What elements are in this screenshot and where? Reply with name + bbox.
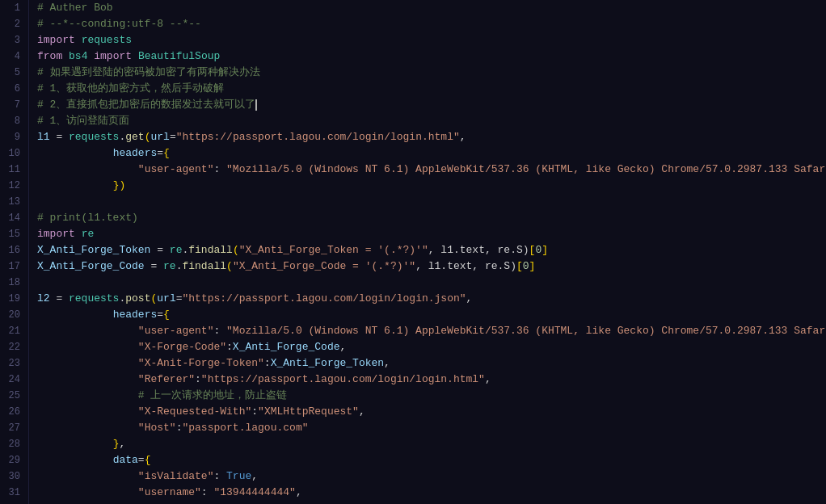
token	[37, 438, 113, 450]
code-line: "user-agent": "Mozilla/5.0 (Windows NT 6…	[37, 162, 826, 178]
token: requests	[69, 292, 119, 304]
token: X_Anti_Forge_Token	[37, 244, 150, 256]
code-line: # 如果遇到登陆的密码被加密了有两种解决办法	[37, 65, 826, 81]
token: "13944444444"	[213, 486, 295, 498]
code-line: "user-agent": "Mozilla/5.0 (Windows NT 6…	[37, 323, 826, 339]
token: data	[113, 454, 138, 466]
line-number: 23	[6, 355, 20, 372]
token: # 1、获取他的加密方式，然后手动破解	[37, 82, 224, 94]
token: :	[213, 470, 226, 482]
line-number: 21	[6, 323, 20, 339]
code-line: # Auther Bob	[37, 0, 826, 16]
token: "Host"	[138, 422, 176, 434]
token: :	[213, 163, 226, 175]
token: ,	[296, 486, 302, 498]
line-number: 17	[6, 258, 20, 275]
line-number: 22	[6, 339, 20, 355]
token: :	[264, 357, 271, 369]
token: # Auther Bob	[37, 2, 113, 14]
token: =	[150, 244, 169, 256]
token: ]	[542, 244, 548, 256]
code-line: "X-Forge-Code":X_Anti_Forge_Code,	[37, 339, 826, 355]
token: =	[50, 292, 69, 304]
token: "https://passport.lagou.com/login/login.…	[183, 292, 466, 304]
token: # --*--conding:utf-8 --*--	[37, 18, 201, 30]
token: requests	[69, 131, 119, 143]
token: "passport.lagou.com"	[182, 422, 308, 434]
code-line: l2 = requests.post(url="https://passport…	[37, 291, 826, 307]
token: from	[37, 50, 62, 62]
token: headers	[113, 309, 158, 321]
token	[37, 470, 138, 482]
token: })	[113, 179, 126, 191]
token: url	[157, 292, 175, 304]
token: "Referer"	[138, 373, 195, 385]
code-line: })	[37, 178, 826, 194]
token	[132, 50, 138, 62]
token: "user-agent"	[138, 163, 214, 175]
line-numbers: 1234567891011121314151617181920212223242…	[0, 0, 29, 504]
token: [	[516, 260, 523, 272]
token: :	[251, 405, 258, 418]
code-line: l1 = requests.get(url="https://passport.…	[37, 129, 826, 145]
code-line: data={	[37, 452, 826, 468]
code-line: import re	[37, 226, 826, 242]
token: :	[213, 325, 226, 337]
token	[37, 147, 113, 159]
line-number: 24	[6, 372, 20, 388]
token: "https://passport.lagou.com/login/login.…	[176, 131, 460, 143]
code-line: # --*--conding:utf-8 --*--	[37, 16, 826, 32]
token: =	[170, 131, 176, 143]
code-line: "username": "13944444444",	[37, 485, 826, 501]
token: ]	[529, 260, 536, 272]
token: (	[226, 260, 233, 272]
token: headers	[113, 147, 158, 159]
token: re	[82, 228, 95, 240]
token: ,	[119, 438, 125, 450]
line-number: 18	[6, 275, 20, 291]
line-number: 26	[6, 404, 20, 420]
token: # 如果遇到登陆的密码被加密了有两种解决办法	[37, 66, 260, 78]
token: 0	[523, 260, 529, 272]
code-line: import requests	[37, 32, 826, 48]
token: "XMLHttpRequest"	[258, 405, 359, 418]
token: re	[170, 244, 183, 256]
code-line: X_Anti_Forge_Code = re.findall("X_Anti_F…	[37, 258, 826, 275]
token	[75, 34, 82, 46]
code-area[interactable]: # Auther Bob# --*--conding:utf-8 --*--im…	[29, 0, 826, 504]
token	[37, 373, 138, 385]
code-line: },	[37, 436, 826, 452]
line-number: 20	[6, 307, 20, 323]
line-number: 9	[6, 129, 20, 145]
line-number: 31	[6, 485, 20, 501]
token: ,	[466, 292, 473, 304]
line-number: 19	[6, 291, 20, 307]
line-number: 1	[6, 0, 20, 16]
code-editor: 1234567891011121314151617181920212223242…	[0, 0, 826, 504]
token: # print(l1.text)	[37, 212, 138, 224]
token	[37, 486, 138, 498]
code-line: # 上一次请求的地址，防止盗链	[37, 388, 826, 404]
token: ,	[485, 373, 491, 385]
line-number: 13	[6, 194, 20, 210]
token: "username"	[138, 486, 201, 498]
token: # 1、访问登陆页面	[37, 115, 129, 127]
code-line: # print(l1.text)	[37, 210, 826, 226]
token: "Mozilla/5.0 (Windows NT 6.1) AppleWebKi…	[226, 325, 826, 337]
token	[37, 357, 138, 369]
token	[37, 179, 113, 191]
code-line	[37, 275, 826, 291]
line-number: 15	[6, 226, 20, 242]
token: l1	[37, 131, 50, 143]
token: True	[226, 470, 251, 482]
token: bs4	[69, 50, 87, 62]
token: findall	[182, 260, 226, 272]
token: "https://passport.lagou.com/login/login.…	[201, 373, 485, 385]
token: X_Anti_Forge_Code	[37, 260, 145, 272]
token: import	[37, 34, 75, 46]
token: BeautifulSoup	[138, 50, 220, 62]
token: import	[37, 228, 75, 240]
line-number: 27	[6, 420, 20, 436]
code-line: headers={	[37, 145, 826, 162]
code-line: "Referer":"https://passport.lagou.com/lo…	[37, 372, 826, 388]
